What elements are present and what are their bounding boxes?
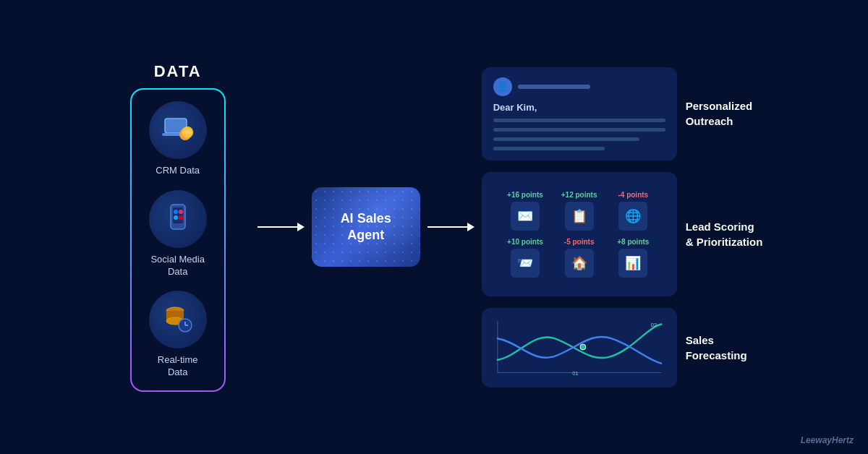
score-item-1: +16 points ✉️ — [502, 191, 549, 231]
score-item-3: -4 points 🌐 — [610, 191, 657, 231]
crm-data-item: CRM Data — [149, 101, 207, 177]
email-to-line — [518, 85, 590, 89]
score-icon-2: 📋 — [565, 202, 594, 231]
svg-point-4 — [182, 130, 192, 134]
score-value-4: +10 points — [507, 238, 543, 246]
arrow-line-right — [427, 226, 467, 228]
score-icon-6: 📊 — [618, 249, 647, 278]
svg-point-8 — [179, 210, 183, 214]
email-body-line-3 — [493, 137, 639, 141]
score-value-5: -5 points — [564, 238, 595, 246]
score-item-6: +8 points 📊 — [610, 238, 657, 278]
main-container: DATA CRM Data — [0, 0, 868, 454]
score-value-1: +16 points — [507, 191, 543, 199]
score-icon-5: 🏠 — [565, 249, 594, 278]
agent-label: AI SalesAgent — [341, 210, 391, 244]
realtime-label: Real-timeData — [158, 354, 198, 379]
email-header: 👤 — [493, 77, 665, 96]
svg-point-19 — [580, 344, 586, 350]
email-avatar-icon: 👤 — [493, 77, 512, 96]
score-value-3: -4 points — [618, 191, 648, 199]
arrow-right — [420, 223, 482, 231]
lead-scoring-label: Lead Scoring& Prioritization — [686, 219, 763, 249]
arrow-head-right — [467, 223, 475, 231]
email-body-line-1 — [493, 119, 665, 122]
email-body-line-2 — [493, 128, 665, 132]
score-item-5: -5 points 🏠 — [556, 238, 603, 278]
data-box: CRM Data Social MediaData — [130, 88, 226, 392]
arrow-line-left — [258, 226, 297, 228]
social-media-item: Social MediaData — [149, 190, 207, 278]
output-cards: 👤 Dear Kim, PersonalizedOutreach + — [482, 67, 763, 387]
score-value-2: +12 points — [561, 191, 597, 199]
sales-forecasting-label: SalesForecasting — [686, 333, 747, 363]
svg-point-10 — [179, 215, 183, 220]
arrow-left — [250, 223, 312, 231]
personalized-outreach-row: 👤 Dear Kim, PersonalizedOutreach — [482, 67, 763, 160]
scoring-grid: +16 points ✉️ +12 points 📋 -4 points 🌐 — [493, 182, 665, 286]
svg-point-9 — [174, 215, 178, 220]
realtime-icon — [149, 291, 207, 348]
personalized-outreach-card: 👤 Dear Kim, — [482, 67, 677, 160]
sales-forecasting-card: 02 01 — [482, 308, 677, 387]
realtime-data-item: Real-timeData — [149, 291, 207, 379]
svg-text:02: 02 — [650, 322, 657, 328]
svg-text:01: 01 — [572, 370, 579, 377]
score-icon-4: 📨 — [511, 249, 540, 278]
sales-forecasting-row: 02 01 SalesForecasting — [482, 308, 763, 387]
crm-icon — [149, 101, 207, 159]
crm-label: CRM Data — [156, 165, 200, 177]
personalized-outreach-label: PersonalizedOutreach — [686, 98, 753, 129]
score-value-6: +8 points — [617, 238, 649, 246]
score-icon-3: 🌐 — [618, 202, 647, 231]
score-item-4: +10 points 📨 — [502, 238, 549, 278]
email-greeting: Dear Kim, — [493, 102, 665, 113]
social-media-icon — [149, 190, 207, 248]
arrow-head-left — [297, 223, 305, 231]
data-column: DATA CRM Data — [106, 62, 250, 392]
lead-scoring-row: +16 points ✉️ +12 points 📋 -4 points 🌐 — [482, 172, 763, 296]
forecast-chart: 02 01 — [490, 317, 668, 378]
svg-point-7 — [174, 210, 178, 214]
email-body-line-4 — [493, 147, 605, 150]
score-icon-1: ✉️ — [511, 202, 540, 231]
right-section: 👤 Dear Kim, PersonalizedOutreach + — [482, 67, 763, 387]
watermark: LeewayHertz — [801, 435, 854, 445]
score-item-2: +12 points 📋 — [556, 191, 603, 231]
social-media-label: Social MediaData — [150, 254, 204, 278]
ai-sales-agent-box: AI SalesAgent — [312, 187, 420, 267]
data-title: DATA — [154, 62, 202, 81]
lead-scoring-card: +16 points ✉️ +12 points 📋 -4 points 🌐 — [482, 172, 677, 296]
